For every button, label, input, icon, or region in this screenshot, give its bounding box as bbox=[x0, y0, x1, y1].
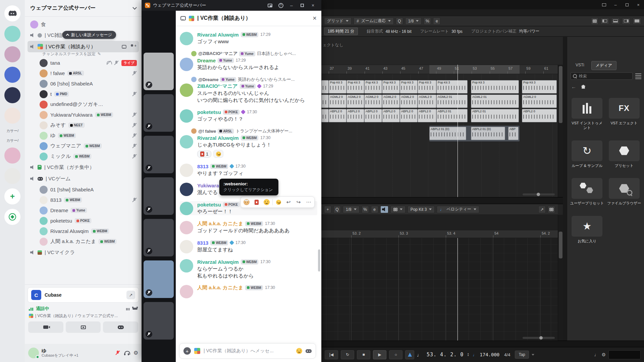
tab-メディア[interactable]: メディア bbox=[591, 61, 616, 70]
cycle-button[interactable]: ↻ bbox=[341, 350, 354, 359]
midi-clip[interactable]: ABPL2 0 bbox=[364, 109, 382, 122]
avatar[interactable] bbox=[180, 32, 193, 45]
racks-button[interactable] bbox=[591, 17, 598, 25]
midi-clip[interactable]: ABPL2 0 bbox=[346, 109, 364, 122]
avatar[interactable] bbox=[180, 183, 193, 196]
server-icon-7[interactable] bbox=[4, 168, 20, 184]
midi-clip[interactable]: Pop Kit 3 bbox=[364, 80, 382, 94]
mediabay-item[interactable]: ↻ループ & サンプル bbox=[570, 140, 604, 168]
arrange-vscrollbar[interactable] bbox=[558, 65, 563, 197]
video-tile[interactable] bbox=[144, 260, 174, 298]
transport-position[interactable]: 53. 4. 2. 0 bbox=[427, 352, 464, 358]
add-reaction-button[interactable] bbox=[273, 197, 283, 207]
chat-bubble-icon[interactable] bbox=[122, 45, 126, 48]
close-chat-button[interactable]: × bbox=[313, 14, 317, 22]
transport-setup-icon[interactable]: ⚙ bbox=[601, 352, 606, 357]
video-tile[interactable] bbox=[144, 177, 174, 215]
position-nudge[interactable]: ▲▼ bbox=[467, 353, 469, 357]
midi-clip[interactable]: AGML2 0 bbox=[329, 95, 346, 108]
mediabay-item[interactable]: プリセット bbox=[607, 140, 642, 168]
popout-close-button[interactable]: × bbox=[308, 1, 318, 10]
chat-message[interactable]: poketetsu POKE やろーぜー！！ ↩ ↪ ⋯ bbox=[180, 201, 317, 215]
track-lanes[interactable]: Pop Kit 3 Pop Kit 3 Pop Kit 3 Pop Kit 3 … bbox=[321, 74, 558, 197]
reaction[interactable]: 1 bbox=[197, 150, 211, 158]
call-channel-row[interactable]: | VC作業（雑談あり）/ ウェブマニア公式サ... bbox=[25, 313, 142, 319]
quantize-panel-button[interactable]: e bbox=[371, 206, 378, 213]
message-author[interactable]: 8313 bbox=[197, 240, 208, 246]
invite-icon[interactable] bbox=[130, 44, 136, 49]
channel-vcwork[interactable]: | VC作業（雑談あり） bbox=[28, 41, 139, 52]
midi-clip[interactable]: AGML2 0 bbox=[418, 95, 436, 108]
message-input[interactable]: | VC作業（雑談あり）へメッセ... bbox=[204, 348, 274, 354]
voice-user[interactable]: Yukiwara/Yukiwara WEBM bbox=[38, 110, 139, 120]
window-menu-button[interactable] bbox=[598, 0, 610, 9]
quick-reaction-smiley[interactable] bbox=[262, 197, 272, 207]
channel-status-row[interactable]: チャンネルステータスを設定✎ bbox=[42, 51, 139, 57]
quantize-q-button[interactable]: Q bbox=[396, 17, 403, 25]
track-lane-pop[interactable]: Pop Kit 3 Pop Kit 3 Pop Kit 3 Pop Kit 3 … bbox=[321, 80, 558, 94]
controller-lane-select[interactable]: ♩ベロシティー bbox=[437, 206, 479, 213]
voice-user[interactable]: tana ライブ bbox=[38, 58, 139, 68]
chat-message[interactable]: 8313 WEBM 17:30 部屋立てますね bbox=[180, 239, 317, 253]
midi-clip[interactable]: ABPL2 01 bbox=[471, 109, 519, 122]
midi-clip[interactable]: Pop Kit 3 bbox=[346, 80, 364, 94]
channel-vcfocus[interactable]: | VC作業（ガチ集中） bbox=[28, 162, 139, 173]
avatar[interactable] bbox=[180, 221, 193, 234]
editor-quantize-select[interactable]: 1/8 bbox=[343, 206, 360, 213]
drum-editor[interactable]: + Q 1/8 % e Pop Kit 3 ♩ベロシティー ↗ 53. 253.… bbox=[321, 204, 563, 341]
activities-button[interactable] bbox=[103, 321, 138, 333]
reply-button[interactable]: ↩ bbox=[283, 197, 293, 207]
maximize-button[interactable] bbox=[621, 0, 633, 9]
arrange-zoom-slider[interactable] bbox=[523, 193, 555, 195]
iterative-quantize-button[interactable]: % bbox=[424, 17, 431, 25]
forward-button[interactable]: ↪ bbox=[293, 197, 304, 207]
editor-playhead[interactable] bbox=[458, 238, 458, 341]
popout-minimize-button[interactable]: – bbox=[286, 1, 297, 10]
home-button[interactable] bbox=[581, 85, 586, 89]
midi-clip[interactable]: AGML2 01 bbox=[436, 95, 468, 108]
reply-context[interactable]: @ZIBAClO²⁻マニアYume 日本語しかしゃべ... bbox=[191, 50, 317, 57]
message-author[interactable]: Rivarzal Aluwqim bbox=[197, 135, 239, 141]
popout-pip-button[interactable] bbox=[265, 1, 275, 10]
message-input-bar[interactable]: + | VC作業（雑談あり）へメッセ... bbox=[179, 343, 316, 359]
video-tile[interactable] bbox=[144, 219, 174, 256]
settings-gear-icon[interactable]: ⚙ bbox=[133, 350, 138, 356]
midi-clip[interactable]: ABPL2 0 bbox=[329, 109, 346, 122]
message-author[interactable]: Rivarzal Aluwqim bbox=[197, 259, 239, 265]
voice-user[interactable]: Rivarzal Aluwqim WEBM bbox=[38, 226, 139, 236]
open-activity-icon[interactable]: ↗ bbox=[126, 291, 135, 299]
chat-message[interactable]: 人間 a.k.a. カニたま WEBM 17:30 ゴッドフィールドの時間だああ… bbox=[180, 220, 317, 234]
midi-clip[interactable]: ABP bbox=[508, 127, 519, 140]
emoji-picker-button[interactable] bbox=[296, 348, 302, 354]
avatar[interactable] bbox=[180, 259, 193, 273]
close-button[interactable]: × bbox=[633, 0, 644, 9]
midi-clip[interactable]: AGML2 0 bbox=[400, 95, 418, 108]
timeline-ruler[interactable]: 373941434547495153555759616 bbox=[321, 65, 558, 74]
search-box[interactable]: 検索 bbox=[571, 72, 633, 80]
track-lane-agml[interactable]: AGML2 0 AGML2 0 AGML2 0 AGML2 0 AGML2 0 … bbox=[321, 95, 558, 108]
midi-clip[interactable]: Pop Kit 3 bbox=[522, 80, 557, 94]
voice-user[interactable]: 8313 WEBM bbox=[38, 195, 139, 205]
voice-user[interactable]: 01 [!shw] ShabeleA bbox=[38, 184, 139, 195]
channel-vcgame[interactable]: | VCゲーム bbox=[28, 173, 139, 184]
panel-splitter[interactable] bbox=[321, 197, 563, 204]
avatar[interactable] bbox=[28, 348, 39, 358]
midi-clip[interactable]: ABPL2 01 bbox=[436, 109, 468, 122]
avatar[interactable] bbox=[180, 58, 193, 71]
layout-lower-toggle[interactable] bbox=[611, 18, 620, 24]
chat-message[interactable]: @ZIBAClO²⁻マニアYume 日本語しかしゃべ... Dreame Yum… bbox=[180, 50, 317, 71]
voice-user[interactable]: poketetsu POKE bbox=[38, 216, 139, 226]
midi-clip[interactable]: Pop Kit 3 bbox=[329, 80, 346, 94]
event-display-select[interactable] bbox=[390, 206, 406, 213]
popout-maximize-button[interactable] bbox=[297, 1, 307, 10]
time-signature[interactable]: 4/4 bbox=[504, 352, 510, 357]
editor-vscrollbar[interactable] bbox=[558, 215, 563, 341]
voice-user[interactable]: ウェブマニア WEBM bbox=[38, 141, 139, 151]
mediabay-item[interactable]: VST インストゥメント bbox=[570, 98, 604, 130]
add-reaction-button[interactable] bbox=[213, 150, 223, 158]
message-author[interactable]: poketetsu bbox=[197, 202, 221, 207]
midi-clip[interactable]: Pop Kit 3 bbox=[382, 80, 400, 94]
voice-user[interactable]: Dreame Yume bbox=[38, 205, 139, 216]
video-tile[interactable] bbox=[144, 302, 174, 340]
video-tile[interactable] bbox=[144, 53, 174, 90]
